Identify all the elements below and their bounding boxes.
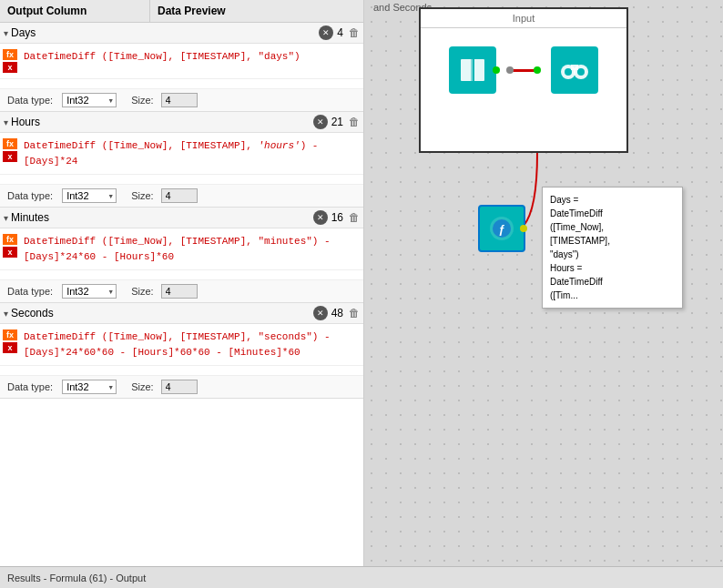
seconds-col-name: Seconds bbox=[11, 307, 313, 319]
days-value: 4 bbox=[337, 26, 343, 39]
seconds-name-row: ▾ Seconds ✕ 48 🗑 bbox=[0, 303, 363, 324]
minutes-size-input[interactable] bbox=[161, 284, 198, 299]
status-text: Results - Formula (61) - Output bbox=[7, 573, 146, 583]
minutes-dt-select[interactable]: Int32 bbox=[62, 284, 117, 299]
minutes-datatype-row: Data type: Int32 Size: bbox=[0, 279, 363, 302]
seconds-dt-select-wrap: Int32 bbox=[62, 380, 117, 394]
seconds-size-input[interactable] bbox=[161, 380, 198, 394]
seconds-size-label: Size: bbox=[131, 381, 153, 392]
days-datatype-row: Data type: Int32 Size: bbox=[0, 88, 363, 111]
hours-value: 21 bbox=[331, 116, 343, 128]
node-book[interactable] bbox=[449, 46, 496, 94]
right-panel[interactable]: and Seconds. Input bbox=[364, 0, 723, 566]
book-output-connector bbox=[493, 66, 500, 74]
tooltip-line-1: Days = bbox=[550, 193, 675, 207]
panel-header: Output Column Data Preview bbox=[0, 0, 363, 23]
clear-hours-button[interactable]: ✕ bbox=[313, 115, 328, 129]
tooltip-line-3: ([Time_Now], bbox=[550, 220, 675, 234]
tooltip-line-8: ([Tim... bbox=[550, 289, 675, 302]
chevron-minutes: ▾ bbox=[4, 213, 8, 223]
input-box-content bbox=[421, 28, 626, 112]
minutes-dt-label: Data type: bbox=[7, 286, 53, 297]
days-col-name: Days bbox=[11, 26, 319, 39]
tooltip-line-7: DateTimeDiff bbox=[550, 275, 675, 289]
hours-size-label: Size: bbox=[131, 190, 153, 201]
hours-dt-select-wrap: Int32 bbox=[62, 188, 117, 203]
row-group-hours: ▾ Hours ✕ 21 🗑 fx x DateTimeDiff ([Time_… bbox=[0, 112, 363, 208]
book-icon bbox=[459, 56, 486, 84]
minutes-dt-select-wrap: Int32 bbox=[62, 284, 117, 299]
seconds-dt-select[interactable]: Int32 bbox=[62, 380, 117, 394]
svg-point-7 bbox=[577, 68, 585, 76]
node-formula[interactable]: ƒ bbox=[478, 205, 525, 252]
hours-name-row: ▾ Hours ✕ 21 🗑 bbox=[0, 112, 363, 133]
tooltip-line-2: DateTimeDiff bbox=[550, 207, 675, 220]
tooltip-line-5: "days") bbox=[550, 248, 675, 261]
seconds-formula-row: fx x DateTimeDiff ([Time_Now], [TIMESTAM… bbox=[0, 324, 363, 366]
minutes-formula[interactable]: DateTimeDiff ([Time_Now], [TIMESTAMP], "… bbox=[20, 232, 360, 266]
days-dt-select-wrap: Int32 bbox=[62, 93, 117, 107]
hours-size-input[interactable] bbox=[161, 188, 198, 203]
tooltip-line-6: Hours = bbox=[550, 261, 675, 275]
formula-output-connector bbox=[520, 225, 527, 232]
bino-output-connector bbox=[534, 66, 541, 74]
node-binoculars-1[interactable] bbox=[551, 46, 598, 94]
input-box-title: Input bbox=[421, 9, 626, 28]
x-badge-seconds: x bbox=[3, 342, 17, 353]
hours-datatype-row: Data type: Int32 Size: bbox=[0, 184, 363, 207]
chevron-days: ▾ bbox=[4, 28, 8, 38]
status-bar: Results - Formula (61) - Output bbox=[0, 566, 723, 588]
hours-dt-select[interactable]: Int32 bbox=[62, 188, 117, 203]
days-size-label: Size: bbox=[131, 95, 153, 106]
x-badge-minutes: x bbox=[3, 247, 17, 258]
minutes-formula-row: fx x DateTimeDiff ([Time_Now], [TIMESTAM… bbox=[0, 228, 363, 270]
binoculars-icon-1 bbox=[560, 57, 589, 83]
trash-seconds-button[interactable]: 🗑 bbox=[349, 307, 360, 319]
fx-badge-days: fx bbox=[3, 49, 17, 60]
seconds-formula[interactable]: DateTimeDiff ([Time_Now], [TIMESTAMP], "… bbox=[20, 328, 360, 361]
chevron-seconds: ▾ bbox=[4, 309, 8, 319]
connector-line-1 bbox=[510, 69, 537, 72]
fx-badge-minutes: fx bbox=[3, 234, 17, 245]
fx-badge-hours: fx bbox=[3, 138, 17, 149]
seconds-dt-label: Data type: bbox=[7, 381, 53, 392]
tooltip-box: Days = DateTimeDiff ([Time_Now], [TIMEST… bbox=[542, 187, 683, 309]
row-group-minutes: ▾ Minutes ✕ 16 🗑 fx x DateTimeDiff ([Tim… bbox=[0, 208, 363, 303]
clear-minutes-button[interactable]: ✕ bbox=[313, 210, 328, 225]
formula-node-icon: ƒ bbox=[488, 215, 515, 242]
row-group-days: ▾ Days ✕ 4 🗑 fx x DateTimeDiff ([Time_No… bbox=[0, 23, 363, 112]
trash-days-button[interactable]: 🗑 bbox=[349, 26, 360, 39]
svg-rect-1 bbox=[474, 59, 484, 81]
trash-hours-button[interactable]: 🗑 bbox=[349, 116, 360, 128]
days-left-icons: fx x bbox=[0, 47, 20, 75]
days-dt-select[interactable]: Int32 bbox=[62, 93, 117, 107]
svg-rect-8 bbox=[571, 65, 578, 70]
chevron-hours: ▾ bbox=[4, 117, 8, 127]
canvas-area: and Seconds. Input bbox=[364, 0, 723, 544]
svg-rect-0 bbox=[461, 59, 472, 81]
days-dt-label: Data type: bbox=[7, 95, 53, 106]
svg-text:ƒ: ƒ bbox=[498, 222, 504, 236]
days-formula-row: fx x DateTimeDiff ([Time_Now], [TIMESTAM… bbox=[0, 44, 363, 79]
x-badge-hours: x bbox=[3, 151, 17, 162]
clear-seconds-button[interactable]: ✕ bbox=[313, 306, 328, 320]
hours-dt-label: Data type: bbox=[7, 190, 53, 201]
clear-days-button[interactable]: ✕ bbox=[319, 25, 333, 40]
days-size-input[interactable] bbox=[161, 93, 198, 107]
seconds-value: 48 bbox=[331, 307, 343, 319]
tooltip-line-4: [TIMESTAMP], bbox=[550, 234, 675, 248]
hours-formula-row: fx x DateTimeDiff ([Time_Now], [TIMESTAM… bbox=[0, 133, 363, 175]
days-formula[interactable]: DateTimeDiff ([Time_Now], [TIMESTAMP], "… bbox=[20, 47, 360, 75]
minutes-col-name: Minutes bbox=[11, 211, 313, 224]
trash-minutes-button[interactable]: 🗑 bbox=[349, 211, 360, 224]
minutes-value: 16 bbox=[331, 211, 343, 224]
days-name-row: ▾ Days ✕ 4 🗑 bbox=[0, 23, 363, 44]
minutes-left-icons: fx x bbox=[0, 232, 20, 266]
input-box: Input bbox=[419, 7, 628, 153]
seconds-datatype-row: Data type: Int32 Size: bbox=[0, 375, 363, 398]
left-panel: Output Column Data Preview ▾ Days ✕ 4 🗑 … bbox=[0, 0, 364, 566]
bino-input-connector bbox=[506, 66, 514, 74]
row-group-seconds: ▾ Seconds ✕ 48 🗑 fx x DateTimeDiff ([Tim… bbox=[0, 303, 363, 399]
hours-formula[interactable]: DateTimeDiff ([Time_Now], [TIMESTAMP], '… bbox=[20, 137, 360, 170]
main-area: Output Column Data Preview ▾ Days ✕ 4 🗑 … bbox=[0, 0, 723, 566]
